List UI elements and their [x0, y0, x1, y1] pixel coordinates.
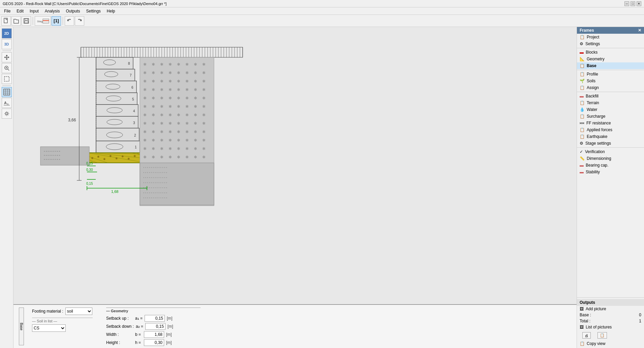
- svg-text:0,30: 0,30: [86, 168, 93, 172]
- svg-text:✱: ✱: [177, 121, 180, 126]
- svg-text:3,66: 3,66: [68, 118, 76, 122]
- base-icon: 📋: [580, 63, 585, 68]
- frame-item-surcharge[interactable]: 📋 Surcharge: [577, 113, 644, 120]
- svg-text:✱: ✱: [168, 87, 172, 92]
- menu-help[interactable]: Help: [104, 8, 118, 14]
- menu-edit[interactable]: Edit: [14, 8, 26, 14]
- menubar: File Edit Input Analysis Outputs Setting…: [0, 7, 644, 15]
- svg-text:✱: ✱: [168, 70, 172, 75]
- stage-settings-label: Stage settings: [585, 141, 611, 146]
- frame-divider-1: [577, 48, 644, 48]
- add-picture-icon: 🖼: [580, 307, 584, 311]
- frame-item-settings[interactable]: ⚙ Settings: [577, 40, 644, 47]
- svg-text:✱: ✱: [194, 87, 197, 92]
- frame-item-soils[interactable]: 🌱 Soils: [577, 78, 644, 84]
- frame-item-assign[interactable]: 📋 Assign: [577, 84, 644, 91]
- svg-text:✱: ✱: [194, 146, 197, 151]
- menu-outputs[interactable]: Outputs: [63, 8, 83, 14]
- frame-item-ff-resistance[interactable]: ᴍᴍ FF resistance: [577, 120, 644, 126]
- canvas-area[interactable]: ✱ ✱: [13, 27, 577, 304]
- svg-text:✱: ✱: [160, 155, 163, 160]
- maximize-button[interactable]: □: [631, 1, 635, 6]
- setback-down-a-label: a₂ =: [136, 324, 143, 329]
- frame-item-geometry[interactable]: 📐 Geometry: [577, 56, 644, 62]
- menu-input[interactable]: Input: [27, 8, 41, 14]
- setback-up-input[interactable]: [145, 315, 165, 322]
- width-input[interactable]: [144, 331, 164, 338]
- width-b-label: b =: [135, 332, 142, 337]
- frame-item-verification[interactable]: ✓ Verification: [577, 148, 644, 155]
- svg-text:✱: ✱: [202, 121, 206, 126]
- redo-button[interactable]: [75, 16, 84, 26]
- minimize-button[interactable]: ─: [624, 1, 629, 6]
- svg-text:✱: ✱: [185, 129, 189, 134]
- setback-down-input[interactable]: [145, 323, 165, 330]
- move-tool[interactable]: [2, 52, 12, 62]
- soil-dropdown[interactable]: CS: [32, 324, 66, 332]
- undo-button[interactable]: [65, 16, 74, 26]
- new-button[interactable]: [1, 16, 11, 26]
- stage-number-button[interactable]: [1]: [52, 16, 61, 26]
- svg-text:✱: ✱: [177, 146, 180, 151]
- width-row: Width : b = [m]: [106, 331, 201, 338]
- btn-3d[interactable]: 3D: [2, 39, 12, 49]
- frame-item-backfill[interactable]: ▬ Backfill: [577, 93, 644, 99]
- frame-item-bearing-cap[interactable]: ▬ Bearing cap.: [577, 162, 644, 169]
- footing-material-section: Footing material : soil — Soil in list —…: [32, 308, 93, 332]
- menu-settings[interactable]: Settings: [83, 8, 103, 14]
- table-tool[interactable]: [2, 87, 12, 97]
- label-tool[interactable]: Ab: [2, 98, 12, 108]
- list-pictures-item[interactable]: 🖼 List of pictures: [577, 324, 644, 330]
- settings-frame-label: Settings: [585, 41, 600, 46]
- menu-file[interactable]: File: [1, 8, 13, 14]
- frame-item-blocks[interactable]: ▬ Blocks: [577, 49, 644, 56]
- save-button[interactable]: [22, 16, 31, 26]
- close-button[interactable]: ✕: [637, 1, 641, 6]
- setback-down-label: Setback down :: [106, 324, 134, 329]
- frame-item-stage-settings[interactable]: ⚙ Stage settings: [577, 140, 644, 147]
- frame-item-water[interactable]: 💧 Water: [577, 106, 644, 113]
- geometry-section: — Geometry Setback up : a₁ = [m] Setback…: [106, 308, 201, 346]
- frame-item-terrain[interactable]: 📋 Terrain: [577, 99, 644, 106]
- svg-text:✱: ✱: [168, 62, 172, 67]
- list-pictures-icon: 🖼: [580, 325, 584, 329]
- frame-item-earthquake[interactable]: 📋 Earthquake: [577, 133, 644, 140]
- svg-point-20: [6, 113, 8, 115]
- zoom-tool[interactable]: [2, 63, 12, 73]
- select-tool[interactable]: [2, 74, 12, 84]
- svg-rect-105: [96, 105, 138, 116]
- btn-2d[interactable]: 2D: [2, 28, 12, 38]
- frame-item-applied-forces[interactable]: 📋 Applied forces: [577, 126, 644, 133]
- water-icon: 💧: [580, 107, 585, 112]
- frame-item-project[interactable]: 📋 Project: [577, 34, 644, 40]
- copy-view-item[interactable]: 📋 Copy view: [577, 341, 644, 347]
- svg-text:✱: ✱: [194, 129, 197, 134]
- frame-item-base[interactable]: 📋 Base: [577, 62, 644, 69]
- add-picture-item[interactable]: 🖼 Add picture: [577, 306, 644, 312]
- menu-analysis[interactable]: Analysis: [42, 8, 63, 14]
- setback-up-a-label: a₁ =: [135, 316, 143, 321]
- svg-text:✱: ✱: [202, 146, 206, 151]
- setback-up-row: Setback up : a₁ = [m]: [106, 315, 201, 322]
- separator-1: [33, 17, 33, 25]
- open-button[interactable]: [11, 16, 21, 26]
- svg-text:7: 7: [130, 74, 132, 77]
- svg-text:✱: ✱: [109, 154, 112, 158]
- frames-close-icon[interactable]: ✕: [638, 28, 641, 33]
- svg-text:✱: ✱: [168, 129, 172, 134]
- footing-material-select[interactable]: soil: [65, 308, 92, 315]
- svg-rect-114: [96, 141, 140, 153]
- svg-text:✱: ✱: [202, 87, 206, 92]
- frame-item-profile[interactable]: 📋 Profile: [577, 71, 644, 78]
- svg-text:5: 5: [132, 97, 134, 101]
- svg-text:✱: ✱: [202, 104, 206, 109]
- svg-text:✱: ✱: [202, 113, 206, 117]
- frame-item-stability[interactable]: ▬ Stability: [577, 169, 644, 175]
- svg-text:4: 4: [133, 109, 135, 113]
- frame-item-dimensioning[interactable]: 📏 Dimensioning: [577, 155, 644, 162]
- setback-down-row: Setback down : a₂ = [m]: [106, 323, 201, 330]
- print-button[interactable]: 🖨: [582, 332, 591, 339]
- height-input[interactable]: [144, 339, 164, 346]
- copy-button[interactable]: 📋: [597, 332, 607, 339]
- settings-tool[interactable]: [2, 109, 12, 119]
